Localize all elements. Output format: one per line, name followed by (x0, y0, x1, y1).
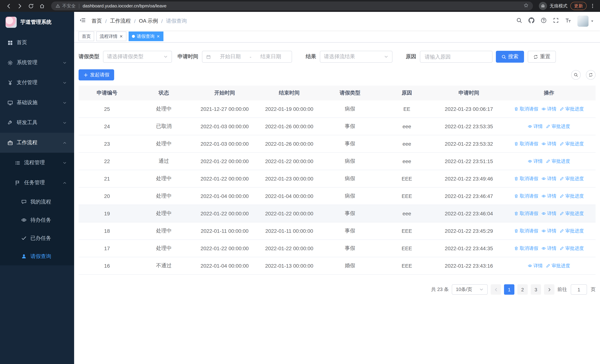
op-detail-link[interactable]: 详情 (542, 141, 556, 147)
sidebar-item-payment-management[interactable]: 支付管理 (0, 73, 74, 93)
op-detail-link[interactable]: 详情 (542, 228, 556, 234)
close-icon[interactable] (156, 35, 160, 38)
cell-apply-id: 24 (79, 123, 135, 129)
browser-forward-button[interactable] (15, 1, 24, 11)
op-detail-link[interactable]: 详情 (542, 210, 556, 217)
browser-update-button[interactable]: 更新 (570, 2, 587, 10)
sidebar-item-todo-tasks[interactable]: 待办任务 (0, 211, 74, 229)
op-cancel-link[interactable]: 取消请假 (514, 245, 538, 252)
sidebar-item-process-management[interactable]: 流程管理 (0, 153, 74, 173)
header-search-button[interactable] (516, 18, 522, 25)
prev-page-button[interactable] (491, 284, 501, 295)
cell-leave-type: 事假 (321, 210, 378, 217)
sidebar-item-dev-tools[interactable]: 研发工具 (0, 113, 74, 133)
calendar-icon (206, 54, 211, 59)
sidebar-item-workflow[interactable]: 工作流程 (0, 133, 74, 153)
sidebar-item-leave-query[interactable]: 请假查询 (0, 247, 74, 265)
op-progress-link[interactable]: 审批进度 (560, 245, 584, 252)
eye-icon (528, 159, 532, 163)
page-button-1[interactable]: 1 (504, 284, 514, 295)
cell-apply-id: 17 (79, 245, 135, 251)
edit-icon (560, 177, 564, 181)
search-button[interactable]: 搜索 (496, 51, 524, 63)
search-icon (501, 54, 506, 59)
breadcrumb-workflow[interactable]: 工作流程 (110, 18, 131, 24)
reset-button[interactable]: 重置 (528, 51, 556, 63)
github-link[interactable] (528, 18, 534, 25)
toggle-search-button[interactable] (571, 70, 581, 80)
op-progress-link[interactable]: 审批进度 (560, 141, 584, 147)
op-cancel-link[interactable]: 取消请假 (514, 141, 538, 147)
goto-page-input[interactable] (571, 284, 587, 295)
close-icon[interactable] (119, 35, 123, 38)
sidebar-item-task-management[interactable]: 任务管理 (0, 173, 74, 193)
op-progress-link[interactable]: 审批进度 (560, 193, 584, 199)
bookmark-star-button[interactable] (524, 3, 528, 9)
apply-time-range-picker[interactable]: 开始日期 - 结束日期 (202, 51, 292, 63)
op-detail-link[interactable]: 详情 (542, 193, 556, 199)
browser-back-button[interactable] (4, 1, 13, 11)
browser-home-button[interactable] (37, 1, 47, 11)
page-button-3[interactable]: 3 (531, 284, 541, 295)
table-toolbar: 发起请假 (79, 69, 596, 80)
next-page-button[interactable] (544, 284, 554, 295)
page-button-2[interactable]: 2 (517, 284, 528, 295)
reason-input[interactable] (420, 51, 493, 63)
browser-menu-button[interactable] (589, 3, 596, 9)
address-bar[interactable]: 不安全 dashboard.yudao.iocoder.cn/bpm/oa/le… (51, 1, 533, 10)
op-detail-link[interactable]: 详情 (542, 176, 556, 182)
op-detail-link[interactable]: 详情 (528, 123, 543, 130)
op-label: 审批进度 (565, 193, 584, 199)
font-size-button[interactable] (565, 18, 571, 25)
fullscreen-button[interactable] (553, 18, 559, 25)
fullscreen-icon (553, 18, 559, 23)
security-label[interactable]: 不安全 (62, 3, 75, 9)
page-content: 请假类型 请选择请假类型 申请时间 开始日期 - 结束日期 结果 请选择流结果 (74, 43, 600, 364)
op-cancel-link[interactable]: 取消请假 (514, 106, 538, 112)
sidebar-item-infrastructure[interactable]: 基础设施 (0, 93, 74, 113)
breadcrumb-current: 请假查询 (166, 18, 187, 24)
op-detail-link[interactable]: 详情 (542, 106, 556, 112)
op-progress-link[interactable]: 审批进度 (546, 123, 570, 130)
start-date-placeholder: 开始日期 (213, 53, 247, 60)
sidebar-item-my-processes[interactable]: 我的流程 (0, 193, 74, 211)
breadcrumb-home[interactable]: 首页 (92, 18, 102, 24)
op-cancel-link[interactable]: 取消请假 (514, 193, 538, 199)
op-detail-link[interactable]: 详情 (528, 263, 543, 269)
op-progress-link[interactable]: 审批进度 (560, 210, 584, 217)
result-select[interactable]: 请选择流结果 (320, 51, 393, 63)
op-cancel-link[interactable]: 取消请假 (514, 210, 538, 217)
sidebar-item-system-management[interactable]: 系统管理 (0, 53, 74, 73)
tab-home[interactable]: 首页 (79, 31, 94, 41)
sidebar-item-done-tasks[interactable]: 已办任务 (0, 229, 74, 247)
page-size-select[interactable]: 10条/页 (452, 284, 488, 295)
help-button[interactable] (541, 18, 547, 25)
op-cancel-link[interactable]: 取消请假 (514, 176, 538, 182)
op-detail-link[interactable]: 详情 (542, 245, 556, 252)
user-menu[interactable] (577, 16, 594, 27)
cell-apply-time: 2022-01-22 23:43:16 (435, 263, 503, 269)
op-progress-link[interactable]: 审批进度 (560, 106, 584, 112)
breadcrumb-oa-example[interactable]: OA 示例 (139, 18, 158, 24)
refresh-table-button[interactable] (586, 70, 596, 80)
sidebar-item-home[interactable]: 首页 (0, 33, 74, 53)
cell-operations: 详情审批进度 (503, 158, 596, 164)
url-text[interactable]: dashboard.yudao.iocoder.cn/bpm/oa/leave (83, 3, 166, 9)
browser-reload-button[interactable] (26, 1, 36, 11)
tab-process-detail[interactable]: 流程详情 (96, 31, 126, 41)
chevron-up-icon (63, 141, 67, 145)
cell-start-time: 2022-01-22 00:00:00 (192, 176, 257, 182)
op-progress-link[interactable]: 审批进度 (546, 263, 570, 269)
op-progress-link[interactable]: 审批进度 (546, 158, 570, 164)
pagination: 共 23 条 10条/页 1 2 3 前往 页 (79, 284, 596, 295)
create-leave-button[interactable]: 发起请假 (79, 69, 114, 80)
op-cancel-link[interactable]: 取消请假 (514, 228, 538, 234)
incognito-indicator: 无痕模式 (539, 2, 567, 10)
tab-leave-query[interactable]: 请假查询 (129, 31, 163, 41)
leave-type-select[interactable]: 请选择请假类型 (103, 51, 172, 63)
warning-icon (56, 4, 60, 8)
op-progress-link[interactable]: 审批进度 (560, 176, 584, 182)
op-progress-link[interactable]: 审批进度 (560, 228, 584, 234)
op-detail-link[interactable]: 详情 (528, 158, 543, 164)
sidebar-collapse-button[interactable] (79, 17, 86, 25)
